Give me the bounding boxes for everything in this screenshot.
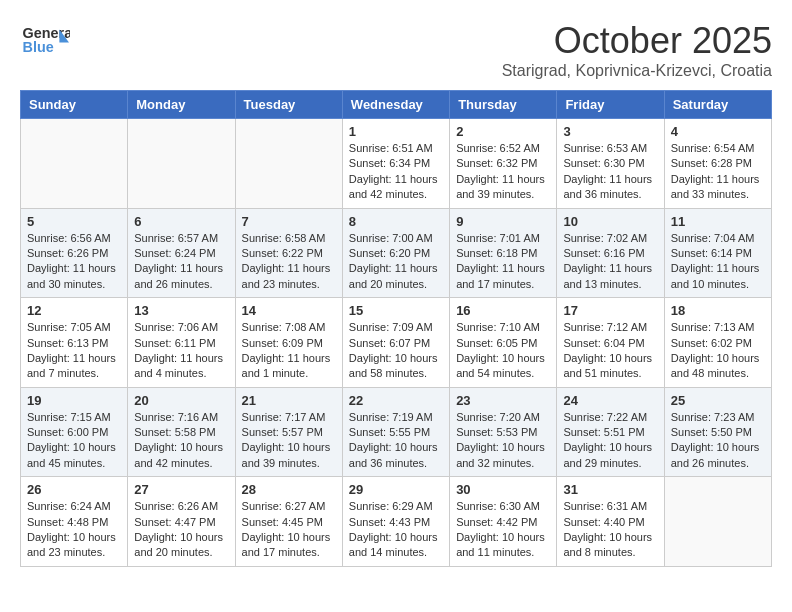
day-number: 28	[242, 482, 336, 497]
calendar-cell: 19Sunrise: 7:15 AM Sunset: 6:00 PM Dayli…	[21, 387, 128, 477]
day-number: 23	[456, 393, 550, 408]
day-number: 27	[134, 482, 228, 497]
calendar-cell	[21, 119, 128, 209]
day-number: 7	[242, 214, 336, 229]
day-info: Sunrise: 6:27 AM Sunset: 4:45 PM Dayligh…	[242, 499, 336, 561]
calendar-week-row: 19Sunrise: 7:15 AM Sunset: 6:00 PM Dayli…	[21, 387, 772, 477]
day-info: Sunrise: 7:16 AM Sunset: 5:58 PM Dayligh…	[134, 410, 228, 472]
calendar-cell: 12Sunrise: 7:05 AM Sunset: 6:13 PM Dayli…	[21, 298, 128, 388]
day-number: 29	[349, 482, 443, 497]
day-number: 2	[456, 124, 550, 139]
day-info: Sunrise: 6:53 AM Sunset: 6:30 PM Dayligh…	[563, 141, 657, 203]
calendar-cell: 28Sunrise: 6:27 AM Sunset: 4:45 PM Dayli…	[235, 477, 342, 567]
day-info: Sunrise: 7:09 AM Sunset: 6:07 PM Dayligh…	[349, 320, 443, 382]
calendar-week-row: 12Sunrise: 7:05 AM Sunset: 6:13 PM Dayli…	[21, 298, 772, 388]
day-number: 16	[456, 303, 550, 318]
day-info: Sunrise: 6:57 AM Sunset: 6:24 PM Dayligh…	[134, 231, 228, 293]
day-number: 18	[671, 303, 765, 318]
calendar-cell: 2Sunrise: 6:52 AM Sunset: 6:32 PM Daylig…	[450, 119, 557, 209]
location-title: Starigrad, Koprivnica-Krizevci, Croatia	[502, 62, 772, 80]
day-number: 31	[563, 482, 657, 497]
calendar-cell: 21Sunrise: 7:17 AM Sunset: 5:57 PM Dayli…	[235, 387, 342, 477]
day-number: 5	[27, 214, 121, 229]
calendar-cell: 23Sunrise: 7:20 AM Sunset: 5:53 PM Dayli…	[450, 387, 557, 477]
calendar-cell: 3Sunrise: 6:53 AM Sunset: 6:30 PM Daylig…	[557, 119, 664, 209]
calendar-cell: 9Sunrise: 7:01 AM Sunset: 6:18 PM Daylig…	[450, 208, 557, 298]
day-info: Sunrise: 6:52 AM Sunset: 6:32 PM Dayligh…	[456, 141, 550, 203]
day-info: Sunrise: 7:04 AM Sunset: 6:14 PM Dayligh…	[671, 231, 765, 293]
svg-text:Blue: Blue	[23, 39, 54, 55]
calendar-table: SundayMondayTuesdayWednesdayThursdayFrid…	[20, 90, 772, 567]
calendar-cell: 31Sunrise: 6:31 AM Sunset: 4:40 PM Dayli…	[557, 477, 664, 567]
weekday-header-tuesday: Tuesday	[235, 91, 342, 119]
day-info: Sunrise: 6:31 AM Sunset: 4:40 PM Dayligh…	[563, 499, 657, 561]
month-title: October 2025	[502, 20, 772, 62]
weekday-header-thursday: Thursday	[450, 91, 557, 119]
day-info: Sunrise: 7:17 AM Sunset: 5:57 PM Dayligh…	[242, 410, 336, 472]
calendar-week-row: 5Sunrise: 6:56 AM Sunset: 6:26 PM Daylig…	[21, 208, 772, 298]
day-info: Sunrise: 6:56 AM Sunset: 6:26 PM Dayligh…	[27, 231, 121, 293]
calendar-cell: 6Sunrise: 6:57 AM Sunset: 6:24 PM Daylig…	[128, 208, 235, 298]
calendar-week-row: 1Sunrise: 6:51 AM Sunset: 6:34 PM Daylig…	[21, 119, 772, 209]
day-number: 25	[671, 393, 765, 408]
day-info: Sunrise: 6:54 AM Sunset: 6:28 PM Dayligh…	[671, 141, 765, 203]
calendar-cell: 18Sunrise: 7:13 AM Sunset: 6:02 PM Dayli…	[664, 298, 771, 388]
calendar-cell: 17Sunrise: 7:12 AM Sunset: 6:04 PM Dayli…	[557, 298, 664, 388]
day-info: Sunrise: 6:51 AM Sunset: 6:34 PM Dayligh…	[349, 141, 443, 203]
day-number: 21	[242, 393, 336, 408]
day-number: 11	[671, 214, 765, 229]
day-info: Sunrise: 6:26 AM Sunset: 4:47 PM Dayligh…	[134, 499, 228, 561]
day-number: 19	[27, 393, 121, 408]
header: General Blue October 2025 Starigrad, Kop…	[20, 20, 772, 80]
day-info: Sunrise: 7:22 AM Sunset: 5:51 PM Dayligh…	[563, 410, 657, 472]
calendar-cell: 14Sunrise: 7:08 AM Sunset: 6:09 PM Dayli…	[235, 298, 342, 388]
day-info: Sunrise: 7:13 AM Sunset: 6:02 PM Dayligh…	[671, 320, 765, 382]
calendar-cell: 24Sunrise: 7:22 AM Sunset: 5:51 PM Dayli…	[557, 387, 664, 477]
day-number: 4	[671, 124, 765, 139]
day-number: 8	[349, 214, 443, 229]
calendar-cell: 25Sunrise: 7:23 AM Sunset: 5:50 PM Dayli…	[664, 387, 771, 477]
day-info: Sunrise: 7:20 AM Sunset: 5:53 PM Dayligh…	[456, 410, 550, 472]
day-number: 3	[563, 124, 657, 139]
day-number: 6	[134, 214, 228, 229]
weekday-header-saturday: Saturday	[664, 91, 771, 119]
calendar-cell: 26Sunrise: 6:24 AM Sunset: 4:48 PM Dayli…	[21, 477, 128, 567]
day-info: Sunrise: 7:01 AM Sunset: 6:18 PM Dayligh…	[456, 231, 550, 293]
day-number: 10	[563, 214, 657, 229]
day-info: Sunrise: 6:30 AM Sunset: 4:42 PM Dayligh…	[456, 499, 550, 561]
day-number: 20	[134, 393, 228, 408]
calendar-cell	[128, 119, 235, 209]
day-info: Sunrise: 6:58 AM Sunset: 6:22 PM Dayligh…	[242, 231, 336, 293]
day-info: Sunrise: 7:10 AM Sunset: 6:05 PM Dayligh…	[456, 320, 550, 382]
logo: General Blue	[20, 20, 74, 60]
calendar-cell: 11Sunrise: 7:04 AM Sunset: 6:14 PM Dayli…	[664, 208, 771, 298]
day-number: 1	[349, 124, 443, 139]
calendar-cell: 5Sunrise: 6:56 AM Sunset: 6:26 PM Daylig…	[21, 208, 128, 298]
day-info: Sunrise: 7:06 AM Sunset: 6:11 PM Dayligh…	[134, 320, 228, 382]
day-info: Sunrise: 7:19 AM Sunset: 5:55 PM Dayligh…	[349, 410, 443, 472]
day-info: Sunrise: 7:08 AM Sunset: 6:09 PM Dayligh…	[242, 320, 336, 382]
calendar-cell: 22Sunrise: 7:19 AM Sunset: 5:55 PM Dayli…	[342, 387, 449, 477]
calendar-cell: 10Sunrise: 7:02 AM Sunset: 6:16 PM Dayli…	[557, 208, 664, 298]
calendar-cell: 27Sunrise: 6:26 AM Sunset: 4:47 PM Dayli…	[128, 477, 235, 567]
day-info: Sunrise: 7:00 AM Sunset: 6:20 PM Dayligh…	[349, 231, 443, 293]
weekday-header-friday: Friday	[557, 91, 664, 119]
calendar-week-row: 26Sunrise: 6:24 AM Sunset: 4:48 PM Dayli…	[21, 477, 772, 567]
title-section: October 2025 Starigrad, Koprivnica-Krize…	[502, 20, 772, 80]
day-number: 30	[456, 482, 550, 497]
weekday-header-wednesday: Wednesday	[342, 91, 449, 119]
day-number: 14	[242, 303, 336, 318]
day-info: Sunrise: 7:05 AM Sunset: 6:13 PM Dayligh…	[27, 320, 121, 382]
logo-svg: General Blue	[20, 20, 70, 60]
day-info: Sunrise: 6:29 AM Sunset: 4:43 PM Dayligh…	[349, 499, 443, 561]
calendar-cell: 7Sunrise: 6:58 AM Sunset: 6:22 PM Daylig…	[235, 208, 342, 298]
day-info: Sunrise: 7:15 AM Sunset: 6:00 PM Dayligh…	[27, 410, 121, 472]
day-number: 17	[563, 303, 657, 318]
day-number: 12	[27, 303, 121, 318]
day-number: 15	[349, 303, 443, 318]
weekday-header-row: SundayMondayTuesdayWednesdayThursdayFrid…	[21, 91, 772, 119]
calendar-cell: 16Sunrise: 7:10 AM Sunset: 6:05 PM Dayli…	[450, 298, 557, 388]
day-info: Sunrise: 7:12 AM Sunset: 6:04 PM Dayligh…	[563, 320, 657, 382]
day-number: 24	[563, 393, 657, 408]
calendar-cell: 8Sunrise: 7:00 AM Sunset: 6:20 PM Daylig…	[342, 208, 449, 298]
